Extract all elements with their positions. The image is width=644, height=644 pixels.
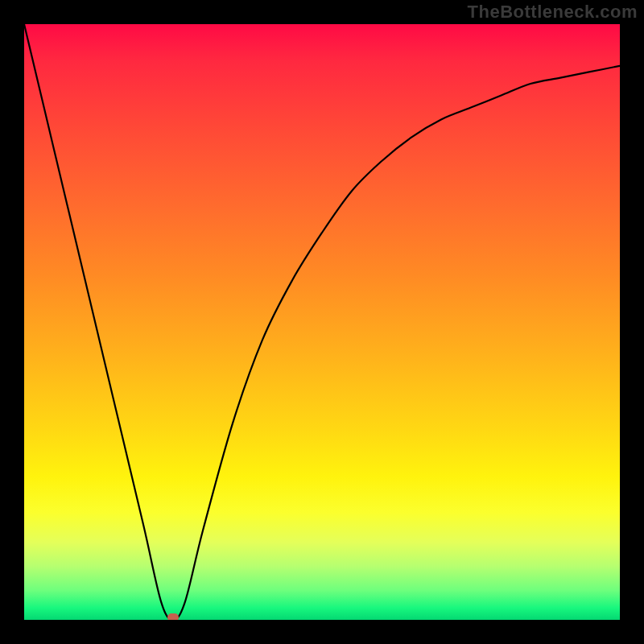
minimum-marker <box>167 613 179 620</box>
plot-area <box>24 24 620 620</box>
curve-svg <box>24 24 620 620</box>
watermark-text: TheBottleneck.com <box>468 2 638 23</box>
chart-container: TheBottleneck.com <box>0 0 644 644</box>
curve-path <box>24 24 620 620</box>
